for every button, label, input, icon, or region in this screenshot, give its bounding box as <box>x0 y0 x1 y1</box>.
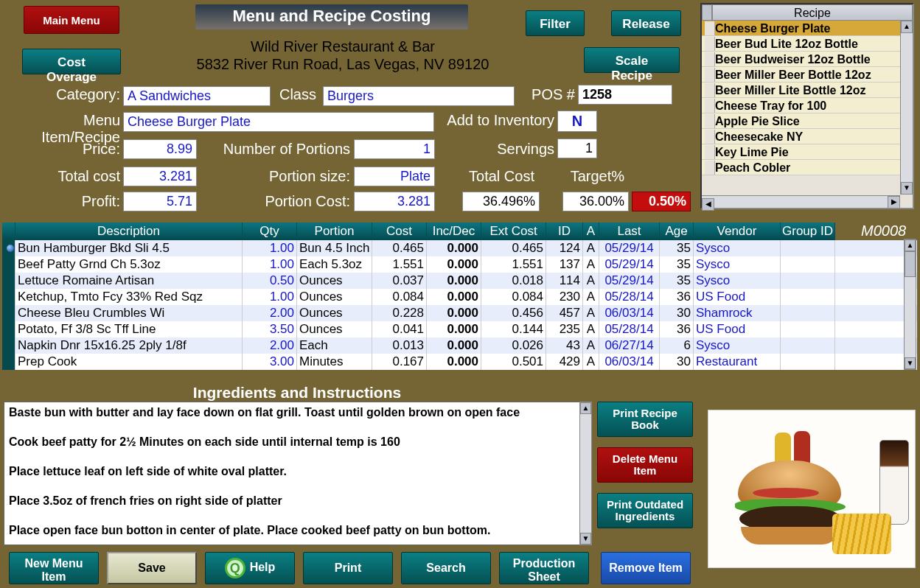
ingredients-vscroll[interactable]: ▲ ▼ <box>904 239 916 370</box>
row-indicator-icon <box>2 305 15 321</box>
ingredients-col-header[interactable]: Last <box>599 223 660 240</box>
restaurant-address: 5832 River Run Road, Las Vegas, NV 89120 <box>195 56 490 73</box>
percent-actual[interactable] <box>462 192 540 211</box>
servings-input[interactable] <box>557 139 597 158</box>
recipe-list-item[interactable]: Beer Bud Lite 12oz Bottle <box>702 36 900 52</box>
portion-cost-input[interactable] <box>354 192 435 211</box>
total-cost-input[interactable] <box>123 167 197 186</box>
scroll-thumb[interactable] <box>905 251 916 277</box>
scroll-right-icon[interactable]: ▶ <box>888 196 900 209</box>
ingredients-row[interactable]: Prep Cook3.00Minutes0.1670.0000.501429A0… <box>2 354 917 370</box>
ingredients-row[interactable]: Lettuce Romaine Artisan0.50Ounces0.0370.… <box>2 273 917 289</box>
menu-item-input[interactable] <box>123 112 434 132</box>
cost-overage-button[interactable]: Cost Overage <box>22 49 121 74</box>
ingredients-col-header[interactable]: Portion <box>297 223 372 240</box>
ingredients-col-header[interactable]: Description <box>15 223 243 240</box>
row-indicator-icon <box>2 273 15 289</box>
num-portions-label: Number of Portions <box>210 141 350 158</box>
category-input[interactable] <box>123 86 271 106</box>
add-inventory-label: Add to Inventory <box>439 112 554 129</box>
class-label: Class <box>276 86 320 103</box>
scroll-down-icon[interactable]: ▼ <box>905 357 916 369</box>
restaurant-name: Wild River Restaurant & Bar <box>195 38 490 55</box>
recipe-list-item[interactable]: Beer Miller Beer Bottle 12oz <box>702 67 900 83</box>
print-button[interactable]: Print <box>303 552 393 584</box>
recipe-list-hscroll[interactable]: ◀ ▶ <box>702 195 900 208</box>
recipe-list-header[interactable]: Recipe <box>712 4 913 21</box>
print-recipe-book-button[interactable]: Print Recipe Book <box>597 402 693 437</box>
scroll-up-icon[interactable]: ▲ <box>580 402 591 414</box>
portion-size-input[interactable] <box>354 167 435 186</box>
num-portions-input[interactable] <box>354 139 435 159</box>
scroll-up-icon[interactable]: ▲ <box>905 239 916 251</box>
ingredients-col-header[interactable]: ID <box>546 223 583 240</box>
main-menu-button[interactable]: Main Menu <box>24 6 119 34</box>
ingredients-row[interactable]: Potato, Ff 3/8 Sc Tff Line3.50Ounces0.04… <box>2 321 917 337</box>
recipe-list-vscroll[interactable]: ▲ ▼ <box>900 21 913 195</box>
recipe-list-item[interactable]: Apple Pie Slice <box>702 113 900 129</box>
ingredients-row[interactable]: Cheese Bleu Crumbles Wi2.00Ounces0.2280.… <box>2 305 917 321</box>
scroll-down-icon[interactable]: ▼ <box>901 182 913 195</box>
ingredients-col-header[interactable]: A <box>583 223 599 240</box>
ingredients-table: DescriptionQtyPortionCostInc/DecExt Cost… <box>2 223 917 370</box>
ingredients-col-header[interactable]: Ext Cost <box>481 223 546 240</box>
delete-menu-item-button[interactable]: Delete Menu Item <box>597 447 693 483</box>
scale-recipe-button[interactable]: Scale Recipe <box>584 47 680 73</box>
ingredients-col-header[interactable]: Age <box>660 223 694 240</box>
ingredients-row[interactable]: Ketchup, Tmto Fcy 33% Red Sqz1.00Ounces0… <box>2 289 917 305</box>
recipe-list-item[interactable]: Cheese Tray for 100 <box>702 98 900 113</box>
class-input[interactable] <box>323 86 515 106</box>
ingredients-row[interactable]: Beef Patty Grnd Ch 5.3oz1.00Each 5.3oz1.… <box>2 256 917 273</box>
portion-size-label: Portion size: <box>226 168 350 185</box>
ingredients-col-header[interactable]: Vendor <box>694 223 781 240</box>
row-indicator-icon <box>2 256 15 273</box>
ingredients-corner <box>2 223 15 240</box>
instructions-text[interactable]: Baste bun with butter and lay face down … <box>4 402 592 545</box>
profit-input[interactable] <box>123 192 197 211</box>
recipe-list-item[interactable]: Beer Budweiser 12oz Bottle <box>702 52 900 67</box>
row-indicator-icon <box>2 337 15 354</box>
add-inventory-input[interactable] <box>557 111 597 132</box>
search-button[interactable]: Search <box>401 552 491 584</box>
recipe-list-item[interactable]: Cheesecake NY <box>702 129 900 144</box>
servings-label: Servings <box>472 141 554 158</box>
scroll-up-icon[interactable]: ▲ <box>901 21 913 33</box>
total-cost-label: Total cost <box>33 168 120 185</box>
portion-cost-label: Portion Cost: <box>226 193 350 210</box>
recipe-list-item[interactable]: Cheese Burger Plate <box>702 21 900 36</box>
recipe-list-item[interactable]: Beer Miller Lite Bottle 12oz <box>702 83 900 98</box>
total-cost2-label: Total Cost <box>442 168 534 185</box>
pos-label: POS # <box>520 86 575 103</box>
pos-input[interactable] <box>578 85 672 105</box>
tomato-icon <box>753 488 819 498</box>
percent-target[interactable] <box>562 192 629 211</box>
recipe-list-corner <box>702 4 712 21</box>
fries-icon <box>832 514 891 554</box>
ingredients-row[interactable]: Bun Hamburger Bkd Sli 4.51.00Bun 4.5 Inc… <box>2 240 917 256</box>
remove-item-button[interactable]: Remove Item <box>601 552 691 584</box>
price-input[interactable] <box>123 139 197 159</box>
ingredients-col-header[interactable]: Group ID <box>781 223 835 240</box>
production-sheet-button[interactable]: Production Sheet <box>499 552 589 584</box>
filter-button[interactable]: Filter <box>526 10 585 36</box>
row-indicator-icon <box>2 354 15 370</box>
help-label: Help <box>250 561 276 573</box>
ingredients-col-header[interactable]: Qty <box>243 223 297 240</box>
new-menu-item-button[interactable]: New Menu Item <box>9 552 99 584</box>
scroll-down-icon[interactable]: ▼ <box>580 533 591 545</box>
scroll-left-icon[interactable]: ◀ <box>702 198 714 211</box>
release-button[interactable]: Release <box>611 10 681 36</box>
instructions-vscroll[interactable]: ▲ ▼ <box>579 402 592 545</box>
print-outdated-ingredients-button[interactable]: Print Outdated Ingredients <box>597 493 693 528</box>
ingredients-col-header[interactable]: Cost <box>372 223 427 240</box>
instructions-title: Ingredients and Instructions <box>2 384 592 402</box>
row-indicator-icon <box>2 289 15 305</box>
recipe-list-item[interactable]: Peach Cobler <box>702 160 900 175</box>
save-button[interactable]: Save <box>107 552 197 584</box>
help-button[interactable]: QHelp <box>205 552 295 584</box>
recipe-image <box>708 410 916 568</box>
percent-diff: 0.50% <box>632 192 691 211</box>
ingredients-col-header[interactable]: Inc/Dec <box>427 223 481 240</box>
ingredients-row[interactable]: Napkin Dnr 15x16.25 2ply 1/8f2.00Each0.0… <box>2 337 917 354</box>
recipe-list-item[interactable]: Key Lime Pie <box>702 144 900 160</box>
